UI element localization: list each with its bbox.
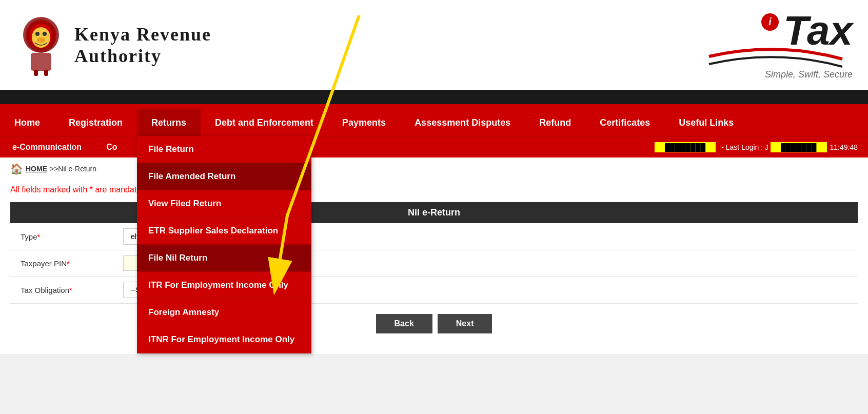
svg-rect-8 <box>34 70 38 76</box>
breadcrumb-home-label[interactable]: HOME <box>26 165 47 173</box>
login-prefix: - Last Login : J <box>721 143 768 151</box>
dropdown-itr-employment[interactable]: ITR For Employment Income Only <box>137 272 311 299</box>
dropdown-view-filed[interactable]: View Filed Return <box>137 190 311 218</box>
svg-point-3 <box>35 32 40 36</box>
nav-ecommunication[interactable]: e-Communication <box>0 136 94 157</box>
breadcrumb: 🏠 HOME >>Nil e-Return <box>0 157 868 180</box>
secondary-nav: e-Communication Co ████████ - Last Login… <box>0 136 868 157</box>
type-label: Type* <box>10 223 113 250</box>
nav-home[interactable]: Home <box>0 109 54 136</box>
returns-dropdown: File Return File Amended Return View Fil… <box>137 136 311 353</box>
login-time: 11:49:48 <box>830 143 858 151</box>
nav-payments[interactable]: Payments <box>328 109 400 136</box>
kra-logo: Kenya Revenue Authority <box>15 14 211 76</box>
kra-lion-icon <box>15 14 67 76</box>
breadcrumb-path: >>Nil e-Return <box>50 165 96 173</box>
nav-returns[interactable]: Returns File Return File Amended Return … <box>137 109 201 136</box>
kra-name-line1: Kenya Revenue <box>74 24 211 45</box>
svg-point-5 <box>37 37 45 43</box>
svg-rect-9 <box>44 70 48 76</box>
dropdown-etr-supplier[interactable]: ETR Supplier Sales Declaration <box>137 218 311 245</box>
itax-circle-icon: i <box>761 13 779 31</box>
nav-registration[interactable]: Registration <box>54 109 137 136</box>
svg-rect-7 <box>31 53 51 71</box>
dropdown-file-return[interactable]: File Return <box>137 136 311 163</box>
nav-certificates[interactable]: Certificates <box>585 109 664 136</box>
pin-label: Taxpayer PIN* <box>10 250 113 277</box>
itax-tagline: Simple, Swift, Secure <box>765 69 853 80</box>
dropdown-foreign-amnesty[interactable]: Foreign Amnesty <box>137 299 311 326</box>
login-info: ████████ - Last Login : J ███████ 11:49:… <box>642 140 868 154</box>
kra-name-line2: Authority <box>74 45 211 67</box>
itax-logo: i Tax Simple, Swift, Secure <box>699 10 853 80</box>
form-container: Nil e-Return Type* elf Taxpayer <box>0 197 868 354</box>
dropdown-file-nil[interactable]: File Nil Return <box>137 245 311 272</box>
next-button[interactable]: Next <box>438 314 492 333</box>
nav-co[interactable]: Co <box>94 136 129 157</box>
login-date: ███████ <box>771 142 826 152</box>
nav-refund[interactable]: Refund <box>525 109 585 136</box>
home-icon: 🏠 <box>10 163 23 175</box>
login-username: ████████ <box>655 142 716 152</box>
nav-debt[interactable]: Debt and Enforcement <box>201 109 328 136</box>
itax-swoosh <box>699 46 853 72</box>
obligation-label: Tax Obligation* <box>10 277 113 304</box>
itax-brand-text: Tax <box>783 10 853 51</box>
main-nav: Home Registration Returns File Return Fi… <box>0 109 868 136</box>
dropdown-file-amended[interactable]: File Amended Return <box>137 163 311 190</box>
dropdown-itnr-employment[interactable]: ITNR For Employment Income Only <box>137 326 311 353</box>
nav-useful-links[interactable]: Useful Links <box>664 109 748 136</box>
svg-point-4 <box>43 32 47 36</box>
red-accent-bar <box>0 104 868 109</box>
fields-notice: All fields marked with * are mandatory <box>0 180 868 197</box>
kra-text: Kenya Revenue Authority <box>74 24 211 67</box>
svg-text:i: i <box>768 16 772 27</box>
header: Kenya Revenue Authority i Tax Simpl <box>0 0 868 90</box>
nav-assessment[interactable]: Assessment Disputes <box>400 109 525 136</box>
back-button[interactable]: Back <box>376 314 432 333</box>
page-wrapper: Kenya Revenue Authority i Tax Simpl <box>0 0 868 354</box>
black-bar <box>0 90 868 104</box>
